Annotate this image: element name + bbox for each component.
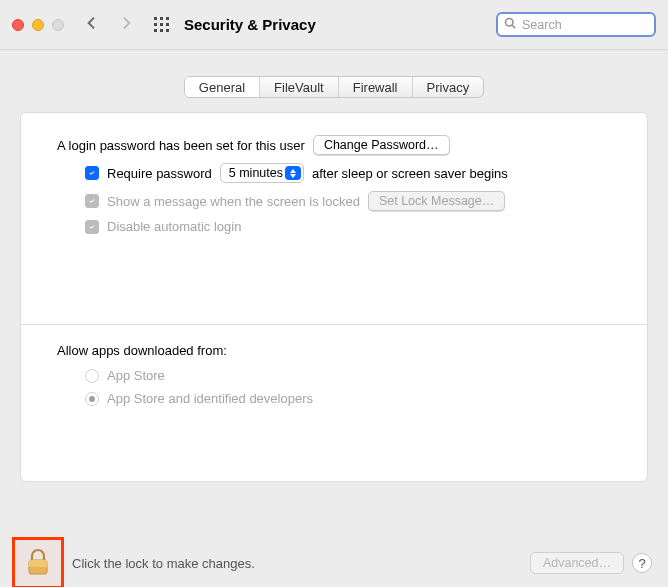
show-message-checkbox (85, 194, 99, 208)
tab-privacy[interactable]: Privacy (412, 77, 484, 97)
password-delay-select[interactable]: 5 minutes (220, 163, 304, 183)
gatekeeper-label: Allow apps downloaded from: (57, 343, 611, 358)
show-message-label: Show a message when the screen is locked (107, 194, 360, 209)
forward-button[interactable] (118, 15, 134, 34)
titlebar: Security & Privacy (0, 0, 668, 50)
search-field[interactable] (496, 12, 656, 37)
radio-identified-dev (85, 392, 99, 406)
tab-filevault[interactable]: FileVault (259, 77, 338, 97)
password-row: A login password has been set for this u… (57, 135, 611, 155)
divider (21, 324, 647, 325)
show-all-prefs-button[interactable] (154, 17, 170, 33)
disable-auto-login-label: Disable automatic login (107, 219, 241, 234)
password-set-label: A login password has been set for this u… (57, 138, 305, 153)
disable-auto-login-checkbox (85, 220, 99, 234)
window-title: Security & Privacy (184, 16, 316, 33)
svg-rect-8 (166, 29, 169, 32)
back-button[interactable] (84, 15, 100, 34)
general-panel: A login password has been set for this u… (20, 112, 648, 482)
bottom-bar: Click the lock to make changes. Advanced… (0, 539, 668, 587)
svg-rect-6 (154, 29, 157, 32)
gatekeeper-option-identified: App Store and identified developers (85, 391, 611, 406)
svg-line-10 (512, 25, 515, 28)
set-lock-message-button: Set Lock Message… (368, 191, 505, 211)
svg-point-9 (506, 19, 514, 27)
stepper-arrows-icon (285, 166, 301, 180)
segmented-control: General FileVault Firewall Privacy (184, 76, 484, 98)
radio-identified-dev-label: App Store and identified developers (107, 391, 313, 406)
lock-hint-text: Click the lock to make changes. (72, 556, 255, 571)
gatekeeper-option-appstore: App Store (85, 368, 611, 383)
svg-rect-0 (154, 17, 157, 20)
require-password-label: Require password (107, 166, 212, 181)
minimize-window-button[interactable] (32, 19, 44, 31)
svg-rect-12 (29, 560, 47, 567)
lock-highlight-annotation (12, 537, 64, 587)
tab-firewall[interactable]: Firewall (338, 77, 412, 97)
nav-buttons (84, 15, 134, 34)
radio-app-store-label: App Store (107, 368, 165, 383)
content: General FileVault Firewall Privacy A log… (0, 50, 668, 494)
password-delay-value: 5 minutes (229, 166, 283, 180)
disable-auto-login-row: Disable automatic login (85, 219, 611, 234)
search-icon (504, 17, 516, 32)
svg-rect-5 (166, 23, 169, 26)
radio-app-store (85, 369, 99, 383)
window-controls (12, 19, 64, 31)
svg-rect-2 (166, 17, 169, 20)
lock-icon[interactable] (26, 548, 50, 579)
help-button[interactable]: ? (632, 553, 652, 573)
tab-general[interactable]: General (185, 77, 259, 97)
tab-bar: General FileVault Firewall Privacy (20, 76, 648, 98)
after-sleep-label: after sleep or screen saver begins (312, 166, 508, 181)
svg-rect-4 (160, 23, 163, 26)
svg-rect-3 (154, 23, 157, 26)
svg-rect-7 (160, 29, 163, 32)
zoom-window-button (52, 19, 64, 31)
advanced-button: Advanced… (530, 552, 624, 574)
change-password-button[interactable]: Change Password… (313, 135, 450, 155)
close-window-button[interactable] (12, 19, 24, 31)
search-input[interactable] (522, 18, 648, 32)
svg-rect-1 (160, 17, 163, 20)
require-password-row: Require password 5 minutes after sleep o… (85, 163, 611, 183)
require-password-checkbox[interactable] (85, 166, 99, 180)
show-message-row: Show a message when the screen is locked… (85, 191, 611, 211)
